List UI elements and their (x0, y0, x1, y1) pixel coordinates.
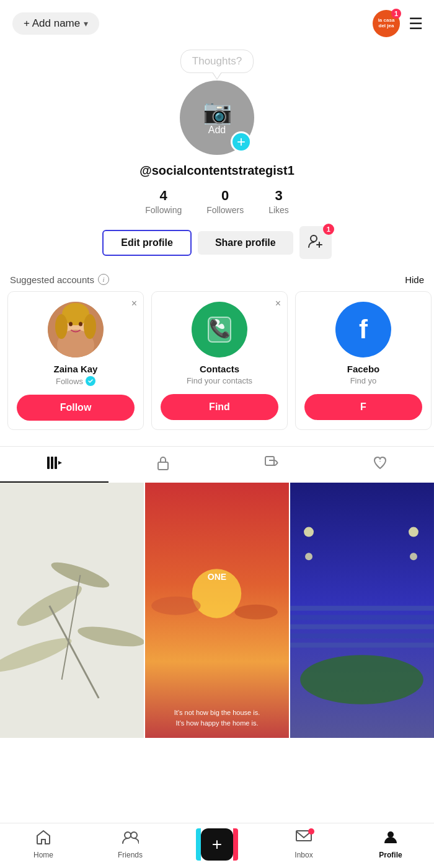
svg-point-47 (131, 832, 137, 838)
nav-profile[interactable]: Profile (347, 830, 434, 859)
svg-marker-16 (58, 461, 62, 465)
svg-rect-15 (55, 457, 57, 469)
suggested-account-name: Facebo (347, 364, 380, 374)
svg-point-7 (55, 314, 68, 339)
info-icon[interactable]: i (98, 274, 109, 285)
tab-posts[interactable] (0, 447, 108, 483)
svg-point-34 (234, 605, 278, 620)
suggested-account-sub: Find your contacts (187, 376, 252, 385)
content-tabs (0, 446, 434, 483)
stats-row: 4 Following 0 Followers 3 Likes (145, 188, 289, 215)
profile-icon (383, 830, 398, 848)
svg-rect-40 (290, 606, 434, 611)
following-label: Following (145, 205, 182, 215)
top-bar: + Add name ▾ la casadel jea 1 ☰ (0, 0, 434, 43)
verified-icon (86, 376, 95, 386)
follow-button[interactable]: Follow (17, 395, 135, 421)
suggested-account-card: × Zaina Kay Follows Fol (7, 291, 144, 430)
svg-point-46 (125, 832, 131, 838)
grid-view-icon (46, 456, 63, 473)
video-thumbnail[interactable]: ONE It's not how big the house is.It's h… (145, 483, 289, 738)
hide-button[interactable]: Hide (405, 274, 424, 285)
following-count: 4 (145, 188, 182, 204)
add-name-button[interactable]: + Add name ▾ (12, 12, 99, 35)
suggested-title: Suggested accounts i (10, 274, 109, 285)
followers-stat[interactable]: 0 Followers (206, 188, 244, 215)
home-label: Home (33, 851, 53, 859)
svg-text:📞: 📞 (209, 318, 231, 339)
menu-icon[interactable]: ☰ (409, 14, 422, 33)
bottom-navigation: Home Friends + Inbox (0, 823, 434, 868)
add-photo-label: Add (208, 125, 226, 136)
svg-point-10 (79, 322, 82, 327)
svg-point-37 (409, 527, 418, 537)
lock-icon (156, 455, 170, 474)
friends-label: Friends (118, 851, 143, 859)
suggested-account-card: × 📞 Contacts Find your contacts Find (151, 291, 288, 430)
svg-rect-24 (0, 483, 144, 738)
video-grid: ONE It's not how big the house is.It's h… (0, 483, 434, 738)
create-plus-icon: + (212, 835, 222, 854)
chevron-down-icon: ▾ (84, 19, 88, 28)
dismiss-suggestion-button[interactable]: × (131, 298, 137, 309)
tab-tagged[interactable] (217, 447, 326, 483)
profile-avatar-wrap[interactable]: 📷 Add + (180, 81, 254, 155)
svg-point-33 (151, 597, 201, 615)
zaina-kay-avatar (48, 302, 104, 357)
nav-create[interactable]: + (174, 828, 260, 861)
thoughts-bubble[interactable]: Thoughts? (180, 50, 254, 73)
video-thumbnail[interactable] (290, 483, 434, 738)
facebook-connect-button[interactable]: F (304, 394, 422, 420)
suggested-accounts-list: × Zaina Kay Follows Fol (0, 291, 434, 440)
create-button[interactable]: + (201, 828, 233, 861)
svg-point-45 (300, 655, 423, 704)
nav-home[interactable]: Home (0, 830, 87, 859)
svg-rect-42 (290, 625, 434, 629)
edit-profile-button[interactable]: Edit profile (102, 230, 192, 256)
suggested-account-sub: Find yo (350, 376, 377, 385)
followers-count: 0 (206, 188, 244, 204)
svg-point-8 (84, 314, 96, 339)
brand-text: la casadel jea (377, 17, 396, 30)
dismiss-suggestion-button[interactable]: × (275, 298, 281, 309)
svg-rect-14 (51, 457, 53, 469)
profile-label: Profile (379, 851, 402, 859)
video-top-text: ONE (145, 572, 289, 582)
suggested-account-name: Zaina Kay (54, 364, 98, 374)
leaves-image (0, 483, 144, 738)
svg-point-39 (410, 553, 417, 560)
brand-notification-badge: 1 (391, 9, 401, 19)
share-profile-button[interactable]: Share profile (198, 231, 293, 255)
tagged-icon (264, 455, 279, 474)
tab-liked[interactable] (326, 447, 434, 483)
svg-rect-17 (158, 462, 168, 470)
add-photo-button[interactable]: + (231, 131, 252, 152)
suggested-account-card: f Facebo Find yo F (295, 291, 432, 430)
phone-icon: 📞 (203, 313, 236, 346)
top-right-actions: la casadel jea 1 ☰ (373, 10, 422, 37)
likes-count: 3 (268, 188, 289, 204)
following-stat[interactable]: 4 Following (145, 188, 182, 215)
brand-avatar[interactable]: la casadel jea 1 (373, 10, 400, 37)
tab-locked[interactable] (108, 447, 217, 483)
video-bottom-text: It's not how big the house is.It's how h… (145, 708, 289, 728)
find-button[interactable]: Find (161, 394, 278, 420)
username: @socialcontentstrategist1 (140, 164, 294, 178)
nav-inbox[interactable]: Inbox (260, 830, 347, 859)
facebook-avatar: f (335, 302, 391, 357)
svg-rect-41 (290, 615, 434, 620)
add-friends-button[interactable]: 1 (299, 226, 332, 259)
home-icon (35, 830, 51, 848)
add-friends-notification-badge: 1 (323, 224, 334, 235)
svg-point-48 (388, 831, 394, 838)
likes-stat[interactable]: 3 Likes (268, 188, 289, 215)
followers-label: Followers (206, 205, 244, 215)
friends-icon (122, 830, 139, 848)
svg-point-36 (304, 527, 314, 537)
suggested-account-name: Contacts (200, 364, 239, 374)
suggested-account-sub: Follows (56, 376, 95, 386)
svg-line-21 (275, 463, 278, 465)
video-thumbnail[interactable] (0, 483, 144, 738)
nav-friends[interactable]: Friends (87, 830, 174, 859)
svg-rect-43 (290, 633, 434, 638)
